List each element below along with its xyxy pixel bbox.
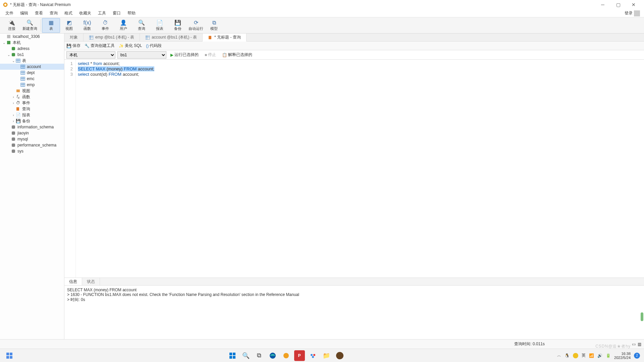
tab---[interactable]: 对象 <box>64 34 84 41</box>
menu-file[interactable]: 文件 <box>2 10 17 17</box>
toolbar-new-query-button[interactable]: 🔍新建查询 <box>21 18 39 33</box>
ime-icon[interactable]: 英 <box>582 353 586 358</box>
start-icon[interactable] <box>227 350 238 361</box>
tree-item-adress[interactable]: adress <box>0 46 64 52</box>
menu-format[interactable]: 格式 <box>61 10 76 17</box>
code-line-1[interactable]: select * from account; <box>78 61 154 66</box>
menu-tools[interactable]: 工具 <box>95 10 109 17</box>
tray-app-icon[interactable] <box>573 353 578 358</box>
wps-icon[interactable]: P <box>294 350 305 361</box>
menu-edit[interactable]: 编辑 <box>17 10 32 17</box>
output-tab-info[interactable]: 信息 <box>64 278 82 285</box>
toolbar-model-button[interactable]: ⧉模型 <box>205 18 223 33</box>
tabbar: 对象emp @bs1 (本机) - 表account @bs1 (本机) - 表… <box>64 34 644 42</box>
stop-button[interactable]: ■停止 <box>203 51 218 58</box>
svg-rect-22 <box>21 77 25 80</box>
qq-icon[interactable]: 🐧 <box>565 353 570 358</box>
clock[interactable]: 16:38 2022/5/24 <box>614 352 631 360</box>
builder-icon: 🔧 <box>85 44 90 48</box>
notification-icon[interactable]: 2 <box>634 353 640 359</box>
battery-icon[interactable]: 🔋 <box>606 353 611 358</box>
tree-item-emp[interactable]: emp <box>0 82 64 88</box>
toolbar-report-button[interactable]: 📄报表 <box>151 18 169 33</box>
app-icon <box>3 2 8 7</box>
menu-favorites[interactable]: 收藏夹 <box>76 10 95 17</box>
toolbar-backup-button[interactable]: 💾备份 <box>169 18 187 33</box>
file-explorer-icon[interactable]: 📁 <box>321 350 332 361</box>
query-builder-button[interactable]: 🔧查询创建工具 <box>85 43 115 49</box>
beautify-sql-button[interactable]: ✨美化 SQL <box>119 43 142 49</box>
tree-item---[interactable]: ›📄报表 <box>0 112 64 118</box>
connection-select[interactable]: 本机 <box>66 51 115 59</box>
tab-----------[interactable]: * 无标题 - 查询 <box>203 34 247 42</box>
tree-item-information-schema[interactable]: information_schema <box>0 124 64 130</box>
tree-item---[interactable]: 查询 <box>0 106 64 112</box>
menu-help[interactable]: 帮助 <box>124 10 139 17</box>
explain-button[interactable]: 📋解释已选择的 <box>220 51 254 58</box>
tree-item-emc[interactable]: emc <box>0 76 64 82</box>
menu-view[interactable]: 查看 <box>32 10 46 17</box>
menu-query[interactable]: 查询 <box>46 10 61 17</box>
save-button[interactable]: 💾保存 <box>66 43 80 49</box>
tree-item-performance-schema[interactable]: performance_schema <box>0 142 64 148</box>
toolbar-table-button[interactable]: ▦表 <box>42 18 60 33</box>
minimize-button[interactable]: ─ <box>595 0 610 9</box>
view-toggle-icon-2[interactable]: ▥ <box>638 342 641 347</box>
run-selected-button[interactable]: ▶运行已选择的 <box>168 51 201 58</box>
toolbar-event-button[interactable]: ⏱事件 <box>96 18 114 33</box>
tree-item-mysql[interactable]: mysql <box>0 136 64 142</box>
new-query-icon: 🔍 <box>26 20 34 26</box>
maximize-button[interactable]: ▢ <box>610 0 626 9</box>
login-area[interactable]: 登录 <box>625 10 642 16</box>
query-icon: 🔍 <box>138 20 146 26</box>
tree-item---[interactable]: ›⏱事件 <box>0 100 64 106</box>
toolbar-connect-button[interactable]: 🔌连接 <box>3 18 21 33</box>
task-view-icon[interactable]: ⧉ <box>254 350 265 361</box>
toolbar-user-button[interactable]: 👤用户 <box>114 18 132 33</box>
svg-point-34 <box>12 127 15 129</box>
sql-editor[interactable]: 123 select * from account;SELECT MAX (mo… <box>64 60 644 278</box>
output-tab-status[interactable]: 状态 <box>82 278 100 285</box>
tree-item-bs1[interactable]: ⌄bs1 <box>0 52 64 58</box>
tab-label: 对象 <box>70 35 78 40</box>
tab-emp--bs1---------[interactable]: emp @bs1 (本机) - 表 <box>84 34 140 41</box>
toolbar-function-button[interactable]: f(x)函数 <box>78 18 96 33</box>
navicat-task-icon[interactable] <box>281 350 291 361</box>
output-scrollbar[interactable] <box>641 312 643 321</box>
code-area[interactable]: select * from account;SELECT MAX (money)… <box>76 60 156 278</box>
output-panel[interactable]: SELECT MAX (money) FROM account> 1630 - … <box>64 286 644 339</box>
edge-icon[interactable] <box>267 350 278 361</box>
volume-icon[interactable]: 🔊 <box>597 353 602 358</box>
app-task-icon[interactable] <box>334 350 345 361</box>
chevron-up-icon[interactable]: ︿ <box>557 353 561 358</box>
widgets-icon[interactable] <box>4 350 15 361</box>
wifi-icon[interactable]: 📶 <box>589 353 594 358</box>
tree-item-sys[interactable]: sys <box>0 148 64 154</box>
tree-item---[interactable]: ›fx函数 <box>0 94 64 100</box>
tree-item--[interactable]: ⌄表 <box>0 58 64 64</box>
code-line-2[interactable]: SELECT MAX (money) FROM account; <box>78 66 154 72</box>
tree-item-dept[interactable]: dept <box>0 70 64 76</box>
toolbar-view-button[interactable]: ◩视图 <box>60 18 78 33</box>
tree-item---[interactable]: ⌄本机 <box>0 40 64 46</box>
tree-item---[interactable]: 视图 <box>0 88 64 94</box>
sidebar[interactable]: localhost_3306⌄本机adress⌄bs1⌄表accountdept… <box>0 34 64 339</box>
tree-item-localhost-3306[interactable]: localhost_3306 <box>0 34 64 40</box>
toolbar-auto-run-button[interactable]: ⟳自动运行 <box>187 18 205 33</box>
svg-rect-14 <box>21 65 25 68</box>
database-select[interactable]: bs1 <box>117 51 166 59</box>
view-toggle-icon[interactable]: ▭ <box>632 342 636 347</box>
system-tray[interactable]: ︿ 🐧 英 📶 🔊 🔋 16:38 2022/5/24 2 <box>557 352 640 360</box>
tree-item---[interactable]: ›💾备份 <box>0 118 64 124</box>
code-line-3[interactable]: select count(id) FROM account; <box>78 72 154 77</box>
snippet-button[interactable]: ()代码段 <box>146 43 162 49</box>
tree-item-account[interactable]: account <box>0 64 64 70</box>
close-button[interactable]: ✕ <box>626 0 641 9</box>
toolbar-query-button[interactable]: 🔍查询 <box>132 18 151 33</box>
tab-account--bs1---------[interactable]: account @bs1 (本机) - 表 <box>140 34 203 41</box>
tree-item-jiaoyin[interactable]: jiaoyin <box>0 130 64 136</box>
baidu-netdisk-icon[interactable] <box>308 350 318 361</box>
search-icon[interactable]: 🔍 <box>240 350 251 361</box>
svg-rect-55 <box>10 353 12 355</box>
menu-window[interactable]: 窗口 <box>109 10 124 17</box>
